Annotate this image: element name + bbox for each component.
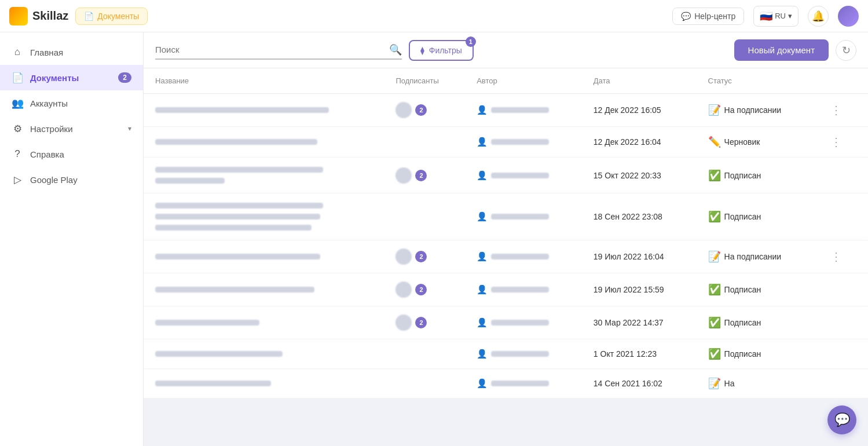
sidebar-item-documents[interactable]: 📄 Документы 2 [0,65,143,90]
author-name [491,214,549,220]
table-row[interactable]: 2👤30 Мар 2022 14:37✅Подписан [144,306,868,339]
signer-avatar [395,282,412,298]
author-name [491,254,549,259]
chat-bubble-button[interactable]: 💬 [827,405,856,434]
sidebar-item-home[interactable]: ⌂ Главная [0,39,143,65]
help-button[interactable]: 💬 Help-центр [672,8,744,25]
sidebar-item-label: Настройки [30,124,73,134]
status-cell: 📝На подписании [708,104,803,116]
filter-button[interactable]: ⧫ Фильтры 1 [409,40,474,61]
search-icon[interactable]: 🔍 [389,43,402,56]
cell-name [144,339,384,369]
status-label: На подписании [724,105,782,115]
cell-more [814,306,868,339]
help-icon: ? [12,148,23,160]
main-content: 🔍 ⧫ Фильтры 1 Новый документ ↻ Название … [144,32,868,446]
signers-count-badge: 2 [415,170,427,181]
cell-status: ✅Подписан [697,273,815,306]
table-row[interactable]: 2👤12 Дек 2022 16:05📝На подписании⋮ [144,94,868,127]
status-label: Подписан [724,285,761,294]
signed-icon: ✅ [708,348,721,360]
table-row[interactable]: 👤18 Сен 2022 23:08✅Подписан [144,193,868,240]
document-icon: 📄 [12,72,23,83]
signer-avatar [395,167,412,184]
header-left: Skillaz 📄 Документы [9,7,148,25]
sidebar-item-google-play[interactable]: ▷ Google Play [0,167,143,192]
person-icon: 👤 [477,251,488,262]
cell-signers: 2 [384,158,465,193]
col-signers: Подписанты [384,68,465,94]
table-row[interactable]: 2👤19 Июл 2022 16:04📝На подписании⋮ [144,240,868,273]
cell-date: 14 Сен 2021 16:02 [582,369,697,399]
avatar[interactable] [838,6,859,27]
search-wrap: 🔍 [155,41,402,60]
author-name [491,139,549,145]
refresh-button[interactable]: ↻ [836,40,856,61]
cell-author: 👤 [465,127,582,158]
person-icon: 👤 [477,378,488,389]
table-row[interactable]: 2👤19 Июл 2022 15:59✅Подписан [144,273,868,306]
more-options-button[interactable]: ⋮ [826,248,847,265]
chevron-down-icon: ▾ [788,12,792,20]
breadcrumb[interactable]: 📄 Документы [75,8,148,25]
author-name [491,107,549,113]
cell-more: ⋮ [814,240,868,273]
signed-icon: ✅ [708,210,721,223]
person-icon: 👤 [477,170,488,181]
table-row[interactable]: 2👤15 Окт 2022 20:33✅Подписан [144,158,868,193]
status-cell: ✏️Черновик [708,136,803,148]
cell-author: 👤 [465,94,582,127]
author-cell: 👤 [477,284,570,295]
breadcrumb-icon: 📄 [84,12,94,21]
table-body: 2👤12 Дек 2022 16:05📝На подписании⋮👤12 Де… [144,94,868,399]
toolbar: 🔍 ⧫ Фильтры 1 Новый документ ↻ [144,32,868,68]
cell-date: 1 Окт 2021 12:23 [582,339,697,369]
logo-text: Skillaz [32,9,68,23]
cell-name [144,158,384,193]
author-cell: 👤 [477,211,570,222]
cell-more [814,369,868,399]
cell-status: 📝На [697,369,815,399]
cell-signers [384,339,465,369]
signer-avatar [395,102,412,118]
col-actions [814,68,868,94]
language-selector[interactable]: 🇷🇺 RU ▾ [753,6,799,27]
person-icon: 👤 [477,317,488,328]
author-name [491,351,549,357]
table-row[interactable]: 👤12 Дек 2022 16:04✏️Черновик⋮ [144,127,868,158]
table-row[interactable]: 👤14 Сен 2021 16:02📝На [144,369,868,399]
status-label: Подписан [724,212,761,221]
filter-label: Фильтры [429,46,462,55]
help-label: Help-центр [694,12,735,21]
cell-date: 30 Мар 2022 14:37 [582,306,697,339]
cell-signers [384,369,465,399]
author-name [491,381,549,386]
lang-label: RU [775,12,786,20]
person-icon: 👤 [477,105,488,115]
cell-status: ✅Подписан [697,339,815,369]
new-document-button[interactable]: Новый документ [734,39,829,61]
cell-signers: 2 [384,306,465,339]
notifications-button[interactable]: 🔔 [808,6,829,27]
more-options-button[interactable]: ⋮ [826,133,847,151]
cell-more [814,158,868,193]
documents-table: Название Подписанты Автор Дата Статус 2👤… [144,68,868,399]
sidebar-item-accounts[interactable]: 👥 Аккаунты [0,90,143,116]
search-input[interactable] [155,45,389,54]
signed-icon: ✅ [708,283,721,296]
cell-name [144,240,384,273]
status-cell: 📝На подписании [708,250,803,263]
sidebar-item-settings[interactable]: ⚙ Настройки ▾ [0,116,143,141]
sidebar-item-help[interactable]: ? Справка [0,141,143,167]
status-cell: ✅Подписан [708,348,803,360]
status-label: На подписании [724,252,782,261]
filter-badge: 1 [466,36,476,47]
cell-author: 👤 [465,158,582,193]
cell-more: ⋮ [814,127,868,158]
filter-icon: ⧫ [420,46,424,55]
cell-date: 12 Дек 2022 16:05 [582,94,697,127]
cell-author: 👤 [465,273,582,306]
more-options-button[interactable]: ⋮ [826,101,847,119]
home-icon: ⌂ [12,46,23,58]
table-row[interactable]: 👤1 Окт 2021 12:23✅Подписан [144,339,868,369]
